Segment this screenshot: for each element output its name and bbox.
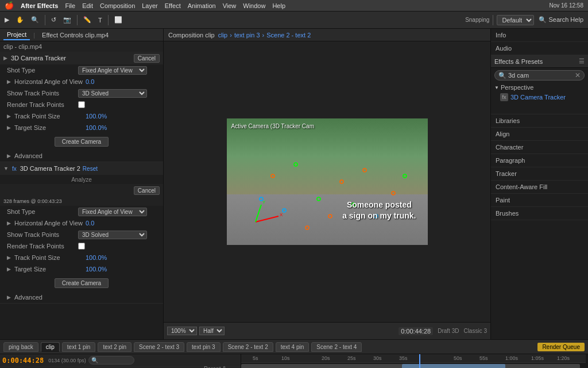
tl-timecode[interactable]: 0:00:44:28 bbox=[2, 356, 44, 365]
render-track-label-2: Render Track Points bbox=[7, 243, 76, 250]
tab-textpin3[interactable]: text pin 3 bbox=[187, 342, 220, 352]
expand-icon-1[interactable]: ▶ bbox=[3, 55, 7, 61]
show-track-select-2[interactable]: 3D Solved bbox=[78, 231, 147, 239]
character-header[interactable]: Character bbox=[491, 141, 588, 154]
tracker-header[interactable]: Tracker bbox=[491, 167, 588, 180]
tab-clip[interactable]: clip bbox=[41, 342, 60, 352]
tool-select[interactable]: ▶ bbox=[2, 15, 11, 25]
expand-horiz-1[interactable]: ▶ bbox=[7, 79, 11, 85]
target-size-label-2: Target Size bbox=[14, 266, 83, 273]
playhead[interactable] bbox=[419, 354, 420, 368]
time-30s: 30s bbox=[373, 355, 382, 361]
breadcrumb-clip[interactable]: clip bbox=[218, 32, 228, 39]
effects-search-input[interactable] bbox=[508, 72, 573, 79]
tool-shape[interactable]: ⬜ bbox=[112, 15, 125, 25]
info-header[interactable]: Info bbox=[491, 29, 588, 41]
cancel-btn-2[interactable]: Cancel bbox=[134, 186, 160, 195]
effect-name-1: 3D Camera Tracker bbox=[11, 55, 66, 62]
expand-icon-2[interactable]: ▼ bbox=[3, 166, 9, 171]
expand-advanced-1[interactable]: ▶ bbox=[7, 153, 11, 159]
audio-header[interactable]: Audio bbox=[491, 42, 588, 55]
tool-zoom[interactable]: 🔍 bbox=[29, 15, 41, 25]
tool-pen[interactable]: ✏️ bbox=[81, 15, 94, 25]
expand-track-size-1[interactable]: ▶ bbox=[7, 113, 11, 119]
menu-effect[interactable]: Effect bbox=[165, 2, 181, 9]
tab-scene2text4[interactable]: Scene 2 - text 4 bbox=[311, 342, 362, 352]
horiz-angle-value-1[interactable]: 0.0 bbox=[86, 78, 94, 85]
create-camera-btn-2[interactable]: Create Camera bbox=[55, 278, 109, 288]
menubar: 🍎 After Effects File Edit Composition La… bbox=[0, 0, 588, 12]
libraries-header[interactable]: Libraries bbox=[491, 114, 588, 127]
menu-view[interactable]: View bbox=[223, 2, 237, 9]
tab-effect-controls[interactable]: Effect Controls clip.mp4 bbox=[38, 30, 112, 40]
3d-camera-tracker-preset[interactable]: fx 3D Camera Tracker bbox=[491, 92, 588, 102]
tab-text2pin[interactable]: text 2 pin bbox=[98, 342, 131, 352]
create-camera-btn-1[interactable]: Create Camera bbox=[55, 137, 109, 147]
track-size-value-1[interactable]: 100.0% bbox=[86, 113, 107, 120]
tab-scene2text2[interactable]: Scene 2 - text 2 bbox=[223, 342, 273, 352]
tab-text1pin[interactable]: text 1 pin bbox=[62, 342, 96, 352]
center-panel: Composition clip clip › text pin 3 › Sce… bbox=[164, 29, 490, 339]
effects-menu-icon[interactable]: ☰ bbox=[579, 57, 585, 65]
menu-composition[interactable]: Composition bbox=[100, 2, 135, 9]
breadcrumb-scene2[interactable]: Scene 2 - text 2 bbox=[266, 32, 311, 39]
tl-search-input[interactable] bbox=[88, 356, 134, 365]
expand-target-1[interactable]: ▶ bbox=[7, 125, 11, 131]
tab-scene2text3[interactable]: Scene 2 - text 3 bbox=[134, 342, 184, 352]
target-size-value-1[interactable]: 100.0% bbox=[86, 124, 107, 131]
menu-animation[interactable]: Animation bbox=[188, 2, 216, 9]
menu-file[interactable]: File bbox=[65, 2, 75, 9]
expand-advanced-2[interactable]: ▶ bbox=[7, 294, 11, 300]
menu-help[interactable]: Help bbox=[272, 2, 285, 9]
horiz-angle-value-2[interactable]: 0.0 bbox=[86, 220, 94, 227]
menu-layer[interactable]: Layer bbox=[142, 2, 158, 9]
comp-tab[interactable]: Composition clip bbox=[168, 32, 215, 39]
show-track-select-1[interactable]: 3D Solved bbox=[78, 89, 147, 98]
tool-camera[interactable]: 📷 bbox=[61, 15, 74, 25]
clip-name-label: clip - clip.mp4 bbox=[0, 41, 163, 52]
advanced-row-2: ▶ Advanced bbox=[0, 292, 163, 303]
menu-window[interactable]: Window bbox=[243, 2, 265, 9]
align-header[interactable]: Align bbox=[491, 128, 588, 140]
brushes-header[interactable]: Brushes bbox=[491, 207, 588, 220]
quality-select[interactable]: Half bbox=[199, 327, 225, 335]
tracker-label: Tracker bbox=[496, 170, 517, 177]
search-help-btn[interactable]: 🔍 Search Help bbox=[536, 15, 586, 25]
tab-ping-back[interactable]: ping back bbox=[3, 342, 38, 352]
advanced-row-1: ▶ Advanced bbox=[0, 150, 163, 162]
render-track-checkbox-1[interactable] bbox=[78, 101, 85, 108]
menu-edit[interactable]: Edit bbox=[82, 2, 93, 9]
target-size-value-2[interactable]: 100.0% bbox=[86, 266, 107, 273]
render-track-checkbox-2[interactable] bbox=[78, 243, 85, 250]
expand-target-2[interactable]: ▶ bbox=[7, 266, 11, 272]
tool-rotate[interactable]: ↺ bbox=[49, 15, 59, 25]
cancel-btn-1[interactable]: Cancel bbox=[134, 54, 160, 63]
reset-btn-2[interactable]: Reset bbox=[83, 166, 98, 172]
toolbar-divider-4 bbox=[493, 15, 493, 25]
effect-section-2: ▼ fx 3D Camera Tracker 2 Reset Analyze C… bbox=[0, 162, 163, 304]
show-track-row-1: Show Track Points 3D Solved bbox=[0, 87, 163, 99]
tab-text4pin[interactable]: text 4 pin bbox=[276, 342, 310, 352]
track-size-value-2[interactable]: 100.0% bbox=[86, 254, 107, 261]
tool-text[interactable]: T bbox=[96, 16, 105, 25]
effect-header-2: ▼ fx 3D Camera Tracker 2 Reset bbox=[0, 162, 163, 175]
expand-horiz-2[interactable]: ▶ bbox=[7, 220, 11, 226]
paint-header[interactable]: Paint bbox=[491, 194, 588, 206]
tool-hand[interactable]: ✋ bbox=[14, 15, 26, 25]
shot-type-select-1[interactable]: Fixed Angle of View bbox=[78, 66, 147, 75]
tab-project[interactable]: Project bbox=[3, 30, 30, 40]
effects-search-bar: 🔍 ✕ bbox=[494, 70, 585, 80]
render-queue-tab[interactable]: Render Queue bbox=[537, 343, 585, 351]
content-aware-fill-header[interactable]: Content-Aware Fill bbox=[491, 181, 588, 193]
paragraph-header[interactable]: Paragraph bbox=[491, 154, 588, 167]
search-clear-btn[interactable]: ✕ bbox=[575, 71, 581, 79]
effects-presets-title: Effects & Presets bbox=[494, 58, 543, 65]
zoom-select[interactable]: 100% bbox=[167, 327, 197, 335]
shot-type-select-2[interactable]: Fixed Angle of View bbox=[78, 208, 147, 216]
clip-range-15 bbox=[402, 364, 505, 368]
apple-menu[interactable]: 🍎 bbox=[5, 1, 14, 10]
workspace-select[interactable]: Default bbox=[497, 15, 534, 25]
breadcrumb-textpin3[interactable]: text pin 3 bbox=[234, 32, 260, 39]
track-ruler: 5s 10s 20s 25s 30s 35s 50s 55s 1:00s 1:0… bbox=[241, 354, 586, 363]
expand-track-size-2[interactable]: ▶ bbox=[7, 255, 11, 260]
